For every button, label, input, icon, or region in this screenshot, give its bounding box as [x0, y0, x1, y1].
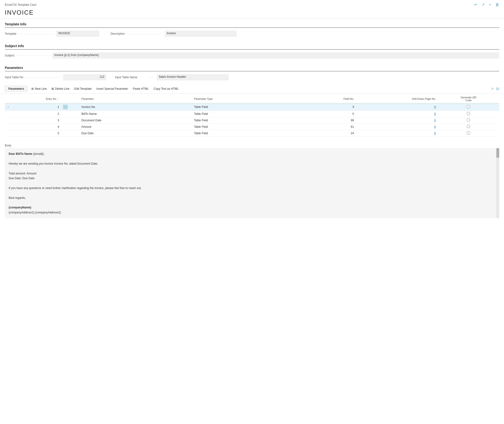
subject-field-row: Subject Invoice {p:1} from {companyName} [5, 52, 499, 59]
qr-checkbox[interactable] [467, 125, 470, 128]
template-label: Template [5, 32, 54, 35]
delete-icon[interactable]: 🗑 [495, 3, 499, 7]
paste-html-button[interactable]: Paste HTML [131, 86, 151, 92]
body-greeting-bold: Dear BillTo Name [9, 152, 32, 156]
qr-checkbox[interactable] [467, 105, 470, 108]
scrollbar-thumb[interactable] [496, 148, 499, 158]
body-label: Body [5, 144, 499, 147]
row-dots-btn [61, 111, 80, 117]
drilldown-link[interactable]: 0 [434, 125, 436, 129]
row-field-no: 24 [295, 130, 356, 137]
drilldown-link[interactable]: 0 [434, 132, 436, 135]
row-param-type: Table Field [192, 124, 295, 130]
row-parameter: Invoice No. [80, 103, 192, 111]
row-drilldown[interactable]: 0 [356, 117, 438, 124]
delete-line-button[interactable]: ⊠ Delete Line [49, 86, 72, 92]
drilldown-link[interactable]: 0 [434, 112, 436, 116]
row-drilldown[interactable]: 0 [356, 111, 438, 117]
input-table-row: Input Table No 112 Input Table Name ····… [5, 74, 499, 80]
input-table-name-dots: ········· [148, 76, 154, 79]
body-content: Dear BillTo Name ({email}), Hereby we ar… [5, 148, 499, 218]
template-card-title: Email720 Template Card [5, 3, 36, 6]
params-table: Entry No. ↑ Parameter Parameter Type Fie… [5, 94, 499, 137]
row-qr[interactable] [438, 103, 499, 111]
row-drilldown[interactable]: 0 [356, 130, 438, 137]
row-field-no: 99 [295, 117, 356, 124]
params-toolbar: Parameters ⊞ New Line ⊠ Delete Line Edit… [0, 84, 504, 94]
row-dots-btn [61, 124, 80, 130]
subject-value[interactable]: Invoice {p:1} from {companyName} [52, 52, 499, 59]
subject-label: Subject [5, 54, 52, 57]
body-line2: Hereby we are sending you invoice Invoic… [9, 161, 494, 166]
scrollbar-track[interactable] [496, 148, 499, 218]
row-qr[interactable] [438, 117, 499, 124]
row-arrow [5, 111, 20, 117]
input-table-name-value[interactable]: Sales Invoice Header [157, 74, 229, 80]
table-row[interactable]: 4 Amount Table Field 61 0 [5, 124, 499, 130]
row-drilldown[interactable]: 0 [356, 124, 438, 130]
top-bar-actions: ✏ ↗ + 🗑 [474, 2, 499, 7]
template-info-section: Template Info Template INVOICE Descripti… [0, 19, 504, 41]
row-qr[interactable] [438, 130, 499, 137]
top-bar: Email720 Template Card ✏ ↗ + 🗑 [0, 0, 504, 8]
row-entry-no: 3 [20, 117, 61, 124]
row-dots-btn [61, 117, 80, 124]
insert-special-button[interactable]: Insert Special Parameter [94, 86, 131, 92]
copy-text-button[interactable]: Copy Text as HTML [151, 86, 181, 92]
row-qr[interactable] [438, 111, 499, 117]
input-table-name-label: Input Table Name [115, 76, 146, 79]
toolbar-right-icons: ↗ ⊟ [491, 87, 499, 91]
dots-menu-button[interactable]: ··· [63, 105, 68, 109]
row-parameter: BillTo Name [80, 111, 192, 117]
row-parameter: Amount [80, 124, 192, 130]
row-param-type: Table Field [192, 103, 295, 111]
toolbar-table-icon[interactable]: ⊟ [496, 87, 499, 91]
params-tab[interactable]: Parameters [5, 86, 28, 92]
col-dots [61, 94, 80, 103]
table-row[interactable]: 3 Document Date Table Field 99 0 [5, 117, 499, 124]
row-arrow [5, 124, 20, 130]
body-content-wrapper: Dear BillTo Name ({email}), Hereby we ar… [5, 148, 499, 218]
qr-checkbox[interactable] [467, 112, 470, 115]
row-param-type: Table Field [192, 117, 295, 124]
drilldown-link[interactable]: 0 [434, 119, 436, 122]
qr-checkbox[interactable] [467, 118, 470, 122]
row-qr[interactable] [438, 124, 499, 130]
share-icon[interactable]: ↗ [481, 2, 485, 7]
new-line-icon: ⊞ [31, 87, 34, 90]
description-value[interactable]: Invoice [165, 31, 237, 37]
row-entry-no: 2 [20, 111, 61, 117]
toolbar-export-icon[interactable]: ↗ [491, 87, 494, 91]
col-param-type: Parameter Type [192, 94, 295, 103]
col-qr: Generate QRCode [438, 94, 499, 103]
delete-line-icon: ⊠ [51, 87, 54, 90]
edit-icon[interactable]: ✏ [474, 2, 477, 7]
template-value[interactable]: INVOICE [56, 31, 99, 37]
input-table-no-value[interactable]: 112 [63, 74, 106, 80]
table-row[interactable]: 2 BillTo Name Table Field 5 0 [5, 111, 499, 117]
row-drilldown[interactable]: 0 [356, 103, 438, 111]
row-field-no: 5 [295, 111, 356, 117]
table-row[interactable]: → 1 ··· Invoice No. Table Field 3 0 [5, 103, 499, 111]
new-line-button[interactable]: ⊞ New Line [29, 86, 49, 92]
row-dots-btn[interactable]: ··· [61, 103, 80, 111]
template-info-title: Template Info [5, 22, 499, 28]
row-entry-no: 1 [20, 103, 61, 111]
col-field-no: Field No. [295, 94, 356, 103]
body-line3b: Due Date: Due Date [9, 176, 494, 181]
table-row[interactable]: 5 Due Date Table Field 24 0 [5, 130, 499, 137]
col-parameter: Parameter [80, 94, 192, 103]
edit-template-button[interactable]: Edit Template [72, 86, 94, 92]
qr-checkbox[interactable] [467, 131, 470, 134]
body-company-name: {companyName} [9, 206, 31, 209]
col-entry-no: Entry No. ↑ [20, 94, 61, 103]
parameters-section: Parameters Input Table No 112 Input Tabl… [0, 62, 504, 84]
drilldown-link[interactable]: 0 [434, 105, 436, 109]
input-table-no-label: Input Table No [5, 76, 61, 79]
row-param-type: Table Field [192, 130, 295, 137]
row-parameter: Due Date [80, 130, 192, 137]
params-table-container: Entry No. ↑ Parameter Parameter Type Fie… [0, 94, 504, 137]
add-icon[interactable]: + [489, 3, 491, 7]
body-line4: If you have any questions or need furthe… [9, 186, 494, 190]
parameters-title: Parameters [5, 66, 499, 71]
